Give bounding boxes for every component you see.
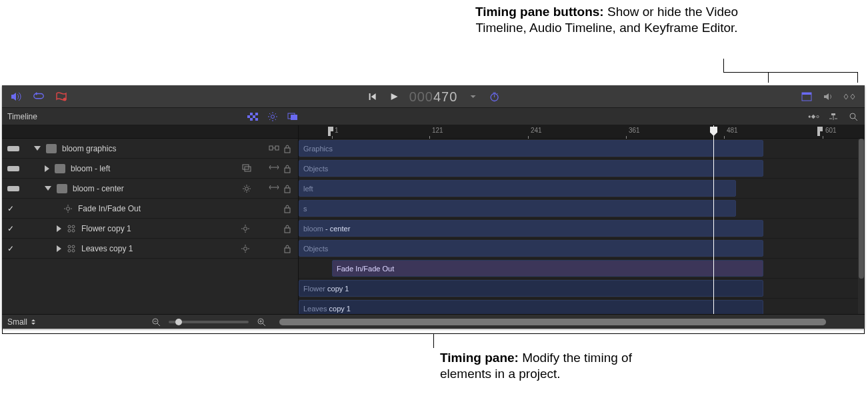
layer-row-behavior[interactable]: ✓ Fade In/Fade Out <box>2 199 298 219</box>
disclosure-triangle-icon[interactable] <box>57 225 61 232</box>
visibility-toggle[interactable] <box>7 186 19 191</box>
audio-icon[interactable] <box>10 91 22 103</box>
playhead[interactable] <box>713 125 714 314</box>
lock-icon[interactable] <box>283 184 293 193</box>
gear-icon[interactable] <box>267 111 279 123</box>
disclosure-triangle-icon[interactable] <box>57 245 61 252</box>
clip-label: Graphics <box>303 145 333 153</box>
clip[interactable]: Leaves copy 1 <box>299 300 763 314</box>
timeline-tracks-area[interactable]: 1 121 241 361 481 601 Graphics Objects l… <box>299 125 865 314</box>
range-end-marker[interactable] <box>817 127 823 136</box>
clip[interactable]: s <box>299 200 736 217</box>
range-start-marker[interactable] <box>328 127 333 136</box>
track-row[interactable]: Fade In/Fade Out <box>299 259 858 279</box>
timecode-display[interactable]: 000470 <box>409 89 458 105</box>
zoom-out-icon[interactable] <box>150 316 162 328</box>
sidebar-ruler-spacer <box>2 125 298 139</box>
record-icon[interactable] <box>55 91 67 103</box>
scrollbar-thumb[interactable] <box>279 319 826 325</box>
timeline-body: bloom graphics bloom - left <box>2 125 865 314</box>
svg-point-53 <box>68 225 71 228</box>
gear-icon[interactable] <box>242 184 251 193</box>
vertical-scrollbar[interactable] <box>858 139 865 314</box>
layer-row-group[interactable]: bloom - left <box>2 159 298 179</box>
chevron-down-icon[interactable] <box>467 91 479 103</box>
horizontal-scrollbar[interactable] <box>279 319 826 325</box>
layer-row-object[interactable]: ✓ Flower copy 1 <box>2 219 298 239</box>
visibility-check-icon[interactable]: ✓ <box>7 244 17 253</box>
stopwatch-icon[interactable] <box>488 91 500 103</box>
go-to-start-icon[interactable] <box>367 91 379 103</box>
visibility-check-icon[interactable]: ✓ <box>7 224 17 233</box>
lock-icon[interactable] <box>283 224 293 233</box>
stack-icon[interactable] <box>242 164 251 173</box>
clip[interactable]: Objects <box>299 240 763 257</box>
track-row[interactable]: Leaves copy 1 <box>299 299 858 314</box>
play-icon[interactable] <box>388 91 400 103</box>
zoom-icon[interactable] <box>847 111 859 123</box>
link-icon[interactable] <box>269 144 278 153</box>
visibility-check-icon[interactable]: ✓ <box>7 204 17 213</box>
track-row[interactable]: s <box>299 199 858 219</box>
timeline-ruler[interactable]: 1 121 241 361 481 601 <box>299 125 865 139</box>
clip-behavior[interactable]: Fade In/Fade Out <box>332 260 763 277</box>
audio-timeline-icon[interactable] <box>822 91 834 103</box>
scrollbar-thumb[interactable] <box>859 139 864 279</box>
layer-row-object[interactable]: ✓ Leaves copy 1 <box>2 239 298 259</box>
layer-row-group[interactable]: bloom graphics <box>2 139 298 159</box>
svg-line-44 <box>244 191 245 191</box>
clip[interactable]: Graphics <box>299 140 763 157</box>
lock-icon[interactable] <box>283 144 293 153</box>
track-row[interactable]: Flower copy 1 <box>299 279 858 299</box>
callout-line <box>723 59 724 72</box>
clip-label: Objects <box>303 245 328 253</box>
callout-line <box>857 72 858 83</box>
track-row[interactable]: left <box>299 179 858 199</box>
gear-icon[interactable] <box>241 224 250 233</box>
mask-layer-icon[interactable] <box>269 184 278 193</box>
gear-icon[interactable] <box>241 244 250 253</box>
keyframe-nav-icon[interactable] <box>807 111 819 123</box>
svg-line-18 <box>269 119 271 120</box>
lock-icon[interactable] <box>283 204 293 213</box>
clip-label: s <box>303 205 307 213</box>
visibility-toggle[interactable] <box>7 166 19 171</box>
mask-icon[interactable] <box>287 111 299 123</box>
disclosure-triangle-icon[interactable] <box>45 165 49 172</box>
timecode-dim: 000 <box>409 89 433 104</box>
svg-line-29 <box>855 118 857 121</box>
track-row[interactable]: bloom - center <box>299 219 858 239</box>
keyframe-editor-icon[interactable] <box>843 91 855 103</box>
layer-name: Leaves copy 1 <box>81 244 133 253</box>
track-row[interactable]: Objects <box>299 159 858 179</box>
zoom-slider[interactable] <box>169 321 249 323</box>
track-row[interactable]: Graphics <box>299 139 858 159</box>
svg-point-64 <box>72 245 75 248</box>
svg-line-17 <box>275 119 277 120</box>
group-icon <box>46 144 57 153</box>
disclosure-triangle-icon[interactable] <box>45 186 51 191</box>
lock-icon[interactable] <box>283 164 293 173</box>
clip[interactable]: Flower copy 1 <box>299 280 763 297</box>
tracks: Graphics Objects left s bloom - center O… <box>299 139 858 314</box>
disclosure-triangle-icon[interactable] <box>34 146 41 151</box>
zoom-in-icon[interactable] <box>255 316 267 328</box>
clip[interactable]: Objects <box>299 160 763 177</box>
clip[interactable]: left <box>299 180 736 197</box>
row-size-popup[interactable]: Small <box>7 317 37 327</box>
mask-layer-icon[interactable] <box>269 164 278 173</box>
toolbar-center: 000470 <box>367 89 501 105</box>
snap-icon[interactable] <box>827 111 839 123</box>
svg-rect-46 <box>285 188 290 193</box>
lock-icon[interactable] <box>283 244 293 253</box>
loop-icon[interactable] <box>33 91 45 103</box>
video-timeline-icon[interactable] <box>801 91 813 103</box>
toolbar-left <box>2 91 67 103</box>
visibility-toggle[interactable] <box>7 146 19 151</box>
checker-icon[interactable] <box>247 111 259 123</box>
layer-row-group[interactable]: bloom - center <box>2 179 298 199</box>
clip[interactable]: bloom - center <box>299 220 763 237</box>
ruler-tick: 361 <box>629 127 640 134</box>
slider-knob[interactable] <box>175 319 182 325</box>
track-row[interactable]: Objects <box>299 239 858 259</box>
